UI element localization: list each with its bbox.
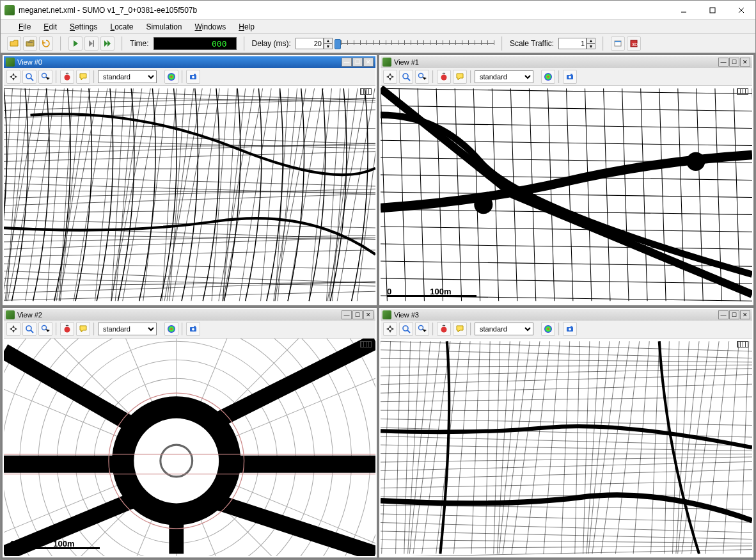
map-canvas[interactable]: 0 100m <box>4 339 375 557</box>
delay-down[interactable]: ▼ <box>324 44 333 49</box>
zoom-button[interactable] <box>22 322 36 336</box>
reload-button[interactable] <box>39 36 53 51</box>
recenter-button[interactable] <box>383 70 397 84</box>
edit-coloring-button[interactable] <box>437 70 451 84</box>
color-settings-button[interactable] <box>541 70 555 84</box>
close-button[interactable] <box>727 1 755 20</box>
open-button[interactable] <box>7 36 21 51</box>
delay-up[interactable]: ▲ <box>324 38 333 44</box>
svg-line-250 <box>381 445 752 451</box>
select-button[interactable] <box>38 322 52 336</box>
view-maximize-button[interactable]: ☐ <box>729 310 739 319</box>
fast-forward-button[interactable] <box>100 36 114 51</box>
view-minimize-button[interactable]: — <box>718 310 728 319</box>
svg-line-11 <box>31 78 33 81</box>
map-canvas[interactable] <box>381 339 752 557</box>
ruler-icon <box>360 88 372 95</box>
view-close-button[interactable]: ✕ <box>740 58 750 67</box>
select-button[interactable] <box>415 70 429 84</box>
screenshot-button[interactable] <box>186 70 200 84</box>
scheme-select[interactable]: standard <box>98 70 157 83</box>
tooltip-button[interactable] <box>453 70 467 84</box>
scale-bar: 0 100m <box>387 287 451 296</box>
svg-line-254 <box>381 469 752 479</box>
zoom-button[interactable] <box>399 322 413 336</box>
svg-line-31 <box>95 88 116 301</box>
edit-coloring-button[interactable] <box>60 322 74 336</box>
svg-line-221 <box>588 341 610 554</box>
view-header[interactable]: View #2 — ☐ ✕ <box>4 309 375 321</box>
menu-settings[interactable]: Settings <box>63 21 104 33</box>
tooltip-button[interactable] <box>76 70 90 84</box>
svg-rect-17 <box>194 74 196 75</box>
scale-down[interactable]: ▼ <box>587 44 595 49</box>
step-button[interactable] <box>84 36 98 51</box>
svg-line-48 <box>223 88 263 301</box>
svg-line-253 <box>381 461 752 470</box>
time-display: 000 <box>154 37 237 50</box>
menu-locate[interactable]: Locate <box>104 21 139 33</box>
scale-traffic-spinbox[interactable]: ▲ ▼ <box>558 38 595 49</box>
open-network-button[interactable] <box>23 36 37 51</box>
tooltip-button[interactable] <box>76 322 90 336</box>
svg-line-24 <box>26 88 56 301</box>
scale-up[interactable]: ▲ <box>587 38 595 44</box>
view-header[interactable]: View #3 — ☐ ✕ <box>381 309 752 321</box>
svg-line-259 <box>381 522 752 532</box>
scheme-select[interactable]: standard <box>475 323 533 335</box>
view-title: View #3 <box>394 311 718 319</box>
minimize-button[interactable] <box>669 1 698 20</box>
scale-traffic-input[interactable] <box>558 38 587 49</box>
svg-line-114 <box>604 88 610 301</box>
menu-windows[interactable]: Windows <box>189 21 233 33</box>
select-button[interactable] <box>38 70 52 84</box>
svg-point-10 <box>26 74 31 79</box>
view-header[interactable]: View #1 — ☐ ✕ <box>381 56 752 68</box>
delay-input[interactable] <box>295 38 324 49</box>
svg-line-244 <box>381 384 752 393</box>
play-button[interactable] <box>68 36 83 51</box>
color-settings-button[interactable] <box>164 70 178 84</box>
recenter-button[interactable] <box>6 322 20 336</box>
zoom-button[interactable] <box>399 70 413 84</box>
delay-spinbox[interactable]: ▲ ▼ <box>295 38 333 49</box>
edit-coloring-button[interactable] <box>437 322 451 336</box>
view-close-button[interactable]: ✕ <box>740 310 750 319</box>
view-header[interactable]: View #0 — ☐ ✕ <box>4 56 375 68</box>
screenshot-button[interactable] <box>186 322 200 336</box>
zoom-button[interactable] <box>22 70 36 84</box>
view-minimize-button[interactable]: — <box>718 58 728 67</box>
select-button[interactable] <box>415 322 429 336</box>
recenter-button[interactable] <box>383 322 397 336</box>
menu-help[interactable]: Help <box>232 21 261 33</box>
edit-coloring-button[interactable] <box>60 70 74 84</box>
view-minimize-button[interactable]: — <box>342 58 352 67</box>
menu-file[interactable]: File <box>12 21 37 33</box>
record-button[interactable]: 3D <box>627 36 641 51</box>
scheme-select[interactable]: standard <box>98 323 157 335</box>
menu-edit[interactable]: Edit <box>37 21 63 33</box>
view-toolbar: standard <box>4 68 375 86</box>
tooltip-button[interactable] <box>453 322 467 336</box>
view-maximize-button[interactable]: ☐ <box>352 310 363 319</box>
scheme-select[interactable]: standard <box>475 70 533 83</box>
color-settings-button[interactable] <box>541 322 555 336</box>
view-minimize-button[interactable]: — <box>342 310 352 319</box>
maximize-button[interactable] <box>698 1 727 20</box>
color-settings-button[interactable] <box>164 322 178 336</box>
map-canvas[interactable]: 0 100m <box>381 86 752 304</box>
recenter-button[interactable] <box>6 70 20 84</box>
new-view-button[interactable] <box>611 36 625 51</box>
svg-line-199 <box>382 341 391 554</box>
delay-slider[interactable] <box>335 37 494 50</box>
map-canvas[interactable] <box>4 86 375 304</box>
view-close-button[interactable]: ✕ <box>363 310 374 319</box>
view-maximize-button[interactable]: ☐ <box>352 58 363 67</box>
view-close-button[interactable]: ✕ <box>363 58 374 67</box>
view-maximize-button[interactable]: ☐ <box>729 58 739 67</box>
menu-simulation[interactable]: Simulation <box>139 21 188 33</box>
screenshot-button[interactable] <box>563 322 577 336</box>
svg-line-92 <box>4 282 375 293</box>
screenshot-button[interactable] <box>563 70 577 84</box>
svg-point-137 <box>474 195 492 214</box>
